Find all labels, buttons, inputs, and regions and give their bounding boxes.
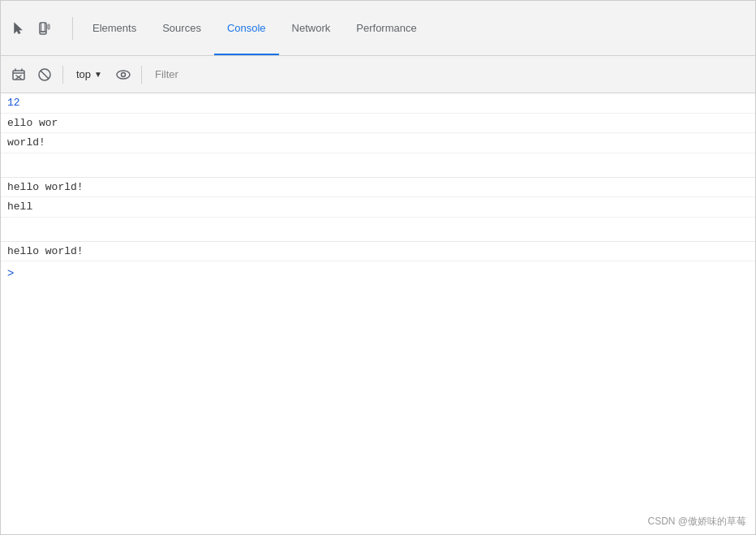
toolbar-divider-1: [62, 66, 63, 84]
context-label: top: [76, 68, 91, 80]
console-value: hello world!: [7, 244, 84, 260]
svg-line-11: [41, 71, 49, 79]
svg-rect-3: [48, 24, 49, 29]
block-icon-button[interactable]: [33, 63, 56, 86]
section-gap-1: [1, 153, 755, 178]
console-prompt[interactable]: >: [1, 261, 755, 284]
tab-console[interactable]: Console: [214, 1, 279, 55]
watermark: CSDN @傲娇味的草莓: [647, 515, 746, 529]
context-selector[interactable]: top ▼: [70, 67, 109, 82]
svg-point-13: [121, 72, 125, 76]
mobile-icon[interactable]: [33, 17, 56, 40]
prompt-arrow: >: [7, 266, 14, 279]
cursor-icon[interactable]: [7, 17, 30, 40]
tab-bar: Elements Sources Console Network Perform…: [1, 1, 755, 56]
clear-console-button[interactable]: [7, 63, 30, 86]
tab-network[interactable]: Network: [279, 1, 344, 55]
console-entry-2: ello wor: [1, 114, 755, 134]
console-entry-6: hell: [1, 197, 755, 218]
tab-divider: [72, 17, 73, 40]
console-toolbar: top ▼: [1, 56, 755, 93]
dropdown-arrow: ▼: [94, 70, 102, 79]
tab-elements[interactable]: Elements: [79, 1, 149, 55]
console-entry-8: hello world!: [1, 242, 755, 262]
svg-rect-1: [41, 23, 45, 32]
console-value: world!: [7, 135, 45, 151]
filter-input[interactable]: [148, 64, 749, 85]
svg-point-12: [117, 71, 130, 79]
toolbar-divider-2: [141, 66, 142, 84]
section-gap-2: [1, 218, 755, 242]
tabs: Elements Sources Console Network Perform…: [79, 1, 430, 55]
console-value: ello wor: [7, 115, 58, 132]
console-value: hell: [7, 199, 32, 215]
console-value: 12: [7, 95, 20, 111]
console-entry-3: world!: [1, 133, 755, 153]
console-entry-1: 12: [1, 93, 755, 114]
eye-button[interactable]: [112, 63, 135, 86]
tab-performance[interactable]: Performance: [343, 1, 429, 55]
tab-sources[interactable]: Sources: [149, 1, 214, 55]
devtools-panel: Elements Sources Console Network Perform…: [0, 0, 756, 535]
console-entry-5: hello world!: [1, 178, 755, 198]
console-output: 12 ello wor world! hello world! hell hel…: [1, 93, 755, 534]
console-value: hello world!: [7, 179, 84, 196]
tool-icons: [7, 17, 56, 40]
svg-rect-4: [13, 71, 24, 80]
